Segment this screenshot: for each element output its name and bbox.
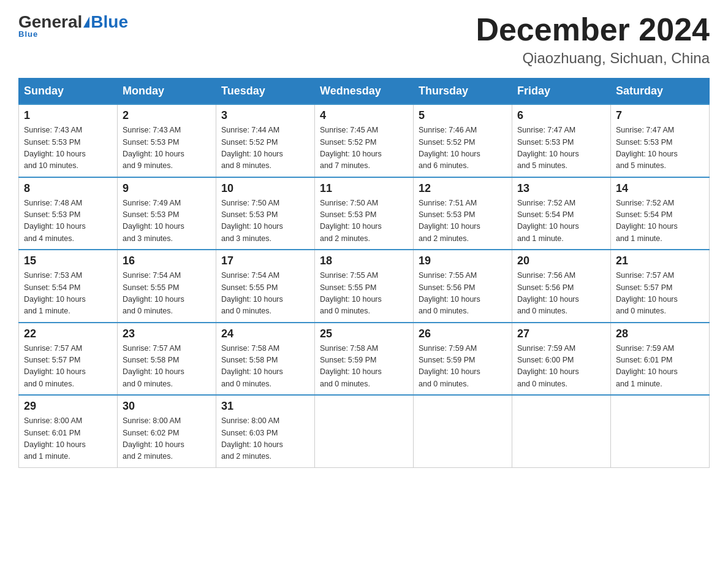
day-cell-2: 2Sunrise: 7:43 AM Sunset: 5:53 PM Daylig… bbox=[118, 104, 216, 177]
day-cell-29: 29Sunrise: 8:00 AM Sunset: 6:01 PM Dayli… bbox=[19, 395, 118, 467]
day-number: 17 bbox=[221, 255, 309, 267]
day-cell-1: 1Sunrise: 7:43 AM Sunset: 5:53 PM Daylig… bbox=[19, 104, 118, 177]
day-info: Sunrise: 7:59 AM Sunset: 6:00 PM Dayligh… bbox=[517, 343, 605, 391]
day-cell-20: 20Sunrise: 7:56 AM Sunset: 5:56 PM Dayli… bbox=[512, 250, 611, 323]
day-info: Sunrise: 7:46 AM Sunset: 5:52 PM Dayligh… bbox=[419, 124, 507, 172]
day-number: 24 bbox=[221, 327, 309, 340]
col-header-friday: Friday bbox=[512, 79, 611, 105]
day-info: Sunrise: 7:44 AM Sunset: 5:52 PM Dayligh… bbox=[221, 124, 309, 172]
day-number: 5 bbox=[419, 109, 507, 122]
day-cell-22: 22Sunrise: 7:57 AM Sunset: 5:57 PM Dayli… bbox=[19, 323, 118, 396]
day-number: 2 bbox=[123, 109, 211, 122]
day-info: Sunrise: 7:59 AM Sunset: 5:59 PM Dayligh… bbox=[419, 343, 507, 391]
day-number: 30 bbox=[123, 400, 211, 413]
day-cell-25: 25Sunrise: 7:58 AM Sunset: 5:59 PM Dayli… bbox=[315, 323, 414, 396]
col-header-sunday: Sunday bbox=[19, 79, 118, 105]
day-cell-12: 12Sunrise: 7:51 AM Sunset: 5:53 PM Dayli… bbox=[414, 177, 512, 250]
day-info: Sunrise: 7:52 AM Sunset: 5:54 PM Dayligh… bbox=[616, 197, 704, 245]
day-number: 16 bbox=[123, 255, 211, 267]
day-cell-9: 9Sunrise: 7:49 AM Sunset: 5:53 PM Daylig… bbox=[118, 177, 216, 250]
day-cell-30: 30Sunrise: 8:00 AM Sunset: 6:02 PM Dayli… bbox=[118, 395, 216, 467]
day-cell-7: 7Sunrise: 7:47 AM Sunset: 5:53 PM Daylig… bbox=[611, 104, 710, 177]
day-cell-16: 16Sunrise: 7:54 AM Sunset: 5:55 PM Dayli… bbox=[118, 250, 216, 323]
day-info: Sunrise: 7:57 AM Sunset: 5:57 PM Dayligh… bbox=[616, 270, 704, 318]
day-info: Sunrise: 7:57 AM Sunset: 5:58 PM Dayligh… bbox=[123, 343, 211, 391]
day-info: Sunrise: 7:54 AM Sunset: 5:55 PM Dayligh… bbox=[123, 270, 211, 318]
day-number: 1 bbox=[24, 109, 112, 122]
week-row-1: 1Sunrise: 7:43 AM Sunset: 5:53 PM Daylig… bbox=[19, 104, 710, 177]
day-info: Sunrise: 7:49 AM Sunset: 5:53 PM Dayligh… bbox=[123, 197, 211, 245]
day-cell-27: 27Sunrise: 7:59 AM Sunset: 6:00 PM Dayli… bbox=[512, 323, 611, 396]
day-cell-10: 10Sunrise: 7:50 AM Sunset: 5:53 PM Dayli… bbox=[216, 177, 315, 250]
day-cell-17: 17Sunrise: 7:54 AM Sunset: 5:55 PM Dayli… bbox=[216, 250, 315, 323]
day-info: Sunrise: 7:47 AM Sunset: 5:53 PM Dayligh… bbox=[517, 124, 605, 172]
week-row-3: 15Sunrise: 7:53 AM Sunset: 5:54 PM Dayli… bbox=[19, 250, 710, 323]
day-cell-13: 13Sunrise: 7:52 AM Sunset: 5:54 PM Dayli… bbox=[512, 177, 611, 250]
location-title: Qiaozhuang, Sichuan, China bbox=[476, 50, 710, 67]
day-info: Sunrise: 7:54 AM Sunset: 5:55 PM Dayligh… bbox=[221, 270, 309, 318]
day-info: Sunrise: 8:00 AM Sunset: 6:03 PM Dayligh… bbox=[221, 415, 309, 463]
logo-blue-text: Blue bbox=[91, 12, 128, 32]
day-number: 23 bbox=[123, 327, 211, 340]
day-number: 13 bbox=[517, 182, 605, 195]
header-row: SundayMondayTuesdayWednesdayThursdayFrid… bbox=[19, 79, 710, 105]
day-info: Sunrise: 7:52 AM Sunset: 5:54 PM Dayligh… bbox=[517, 197, 605, 245]
day-number: 12 bbox=[419, 182, 507, 195]
day-info: Sunrise: 7:56 AM Sunset: 5:56 PM Dayligh… bbox=[517, 270, 605, 318]
week-row-2: 8Sunrise: 7:48 AM Sunset: 5:53 PM Daylig… bbox=[19, 177, 710, 250]
day-number: 18 bbox=[320, 255, 408, 267]
day-info: Sunrise: 7:47 AM Sunset: 5:53 PM Dayligh… bbox=[616, 124, 704, 172]
day-number: 11 bbox=[320, 182, 408, 195]
day-number: 19 bbox=[419, 255, 507, 267]
title-area: December 2024 Qiaozhuang, Sichuan, China bbox=[476, 12, 710, 67]
day-number: 6 bbox=[517, 109, 605, 122]
day-number: 4 bbox=[320, 109, 408, 122]
day-info: Sunrise: 7:45 AM Sunset: 5:52 PM Dayligh… bbox=[320, 124, 408, 172]
day-cell-5: 5Sunrise: 7:46 AM Sunset: 5:52 PM Daylig… bbox=[414, 104, 512, 177]
day-info: Sunrise: 7:43 AM Sunset: 5:53 PM Dayligh… bbox=[24, 124, 112, 172]
day-number: 29 bbox=[24, 400, 112, 413]
day-number: 28 bbox=[616, 327, 704, 340]
day-info: Sunrise: 7:58 AM Sunset: 5:58 PM Dayligh… bbox=[221, 343, 309, 391]
day-cell-3: 3Sunrise: 7:44 AM Sunset: 5:52 PM Daylig… bbox=[216, 104, 315, 177]
day-number: 21 bbox=[616, 255, 704, 267]
day-number: 3 bbox=[221, 109, 309, 122]
day-cell-18: 18Sunrise: 7:55 AM Sunset: 5:55 PM Dayli… bbox=[315, 250, 414, 323]
empty-cell bbox=[512, 395, 611, 467]
week-row-4: 22Sunrise: 7:57 AM Sunset: 5:57 PM Dayli… bbox=[19, 323, 710, 396]
day-cell-31: 31Sunrise: 8:00 AM Sunset: 6:03 PM Dayli… bbox=[216, 395, 315, 467]
col-header-wednesday: Wednesday bbox=[315, 79, 414, 105]
day-info: Sunrise: 7:53 AM Sunset: 5:54 PM Dayligh… bbox=[24, 270, 112, 318]
week-row-5: 29Sunrise: 8:00 AM Sunset: 6:01 PM Dayli… bbox=[19, 395, 710, 467]
day-number: 20 bbox=[517, 255, 605, 267]
day-info: Sunrise: 7:43 AM Sunset: 5:53 PM Dayligh… bbox=[123, 124, 211, 172]
day-info: Sunrise: 8:00 AM Sunset: 6:01 PM Dayligh… bbox=[24, 415, 112, 463]
day-number: 10 bbox=[221, 182, 309, 195]
header: GeneralBlue Blue December 2024 Qiaozhuan… bbox=[18, 12, 710, 67]
day-info: Sunrise: 8:00 AM Sunset: 6:02 PM Dayligh… bbox=[123, 415, 211, 463]
day-info: Sunrise: 7:58 AM Sunset: 5:59 PM Dayligh… bbox=[320, 343, 408, 391]
day-cell-23: 23Sunrise: 7:57 AM Sunset: 5:58 PM Dayli… bbox=[118, 323, 216, 396]
day-info: Sunrise: 7:55 AM Sunset: 5:55 PM Dayligh… bbox=[320, 270, 408, 318]
empty-cell bbox=[414, 395, 512, 467]
day-info: Sunrise: 7:55 AM Sunset: 5:56 PM Dayligh… bbox=[419, 270, 507, 318]
day-number: 26 bbox=[419, 327, 507, 340]
day-cell-11: 11Sunrise: 7:50 AM Sunset: 5:53 PM Dayli… bbox=[315, 177, 414, 250]
logo-underline: Blue bbox=[18, 29, 38, 39]
logo-triangle-icon bbox=[83, 17, 89, 28]
day-number: 14 bbox=[616, 182, 704, 195]
day-cell-19: 19Sunrise: 7:55 AM Sunset: 5:56 PM Dayli… bbox=[414, 250, 512, 323]
day-number: 25 bbox=[320, 327, 408, 340]
day-cell-21: 21Sunrise: 7:57 AM Sunset: 5:57 PM Dayli… bbox=[611, 250, 710, 323]
col-header-saturday: Saturday bbox=[611, 79, 710, 105]
day-number: 15 bbox=[24, 255, 112, 267]
day-number: 22 bbox=[24, 327, 112, 340]
day-info: Sunrise: 7:51 AM Sunset: 5:53 PM Dayligh… bbox=[419, 197, 507, 245]
day-number: 31 bbox=[221, 400, 309, 413]
day-info: Sunrise: 7:50 AM Sunset: 5:53 PM Dayligh… bbox=[320, 197, 408, 245]
day-cell-14: 14Sunrise: 7:52 AM Sunset: 5:54 PM Dayli… bbox=[611, 177, 710, 250]
day-info: Sunrise: 7:59 AM Sunset: 6:01 PM Dayligh… bbox=[616, 343, 704, 391]
col-header-monday: Monday bbox=[118, 79, 216, 105]
day-cell-15: 15Sunrise: 7:53 AM Sunset: 5:54 PM Dayli… bbox=[19, 250, 118, 323]
day-number: 27 bbox=[517, 327, 605, 340]
